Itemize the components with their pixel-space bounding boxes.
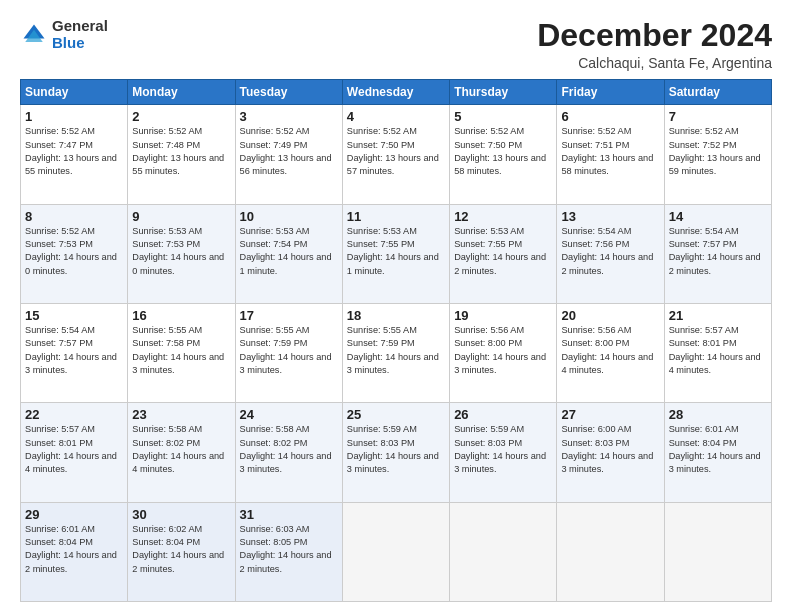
day-info: Sunrise: 5:52 AMSunset: 7:50 PMDaylight:… [454, 126, 546, 176]
table-row [342, 502, 449, 601]
table-row: 14 Sunrise: 5:54 AMSunset: 7:57 PMDaylig… [664, 204, 771, 303]
table-row: 15 Sunrise: 5:54 AMSunset: 7:57 PMDaylig… [21, 303, 128, 402]
table-row: 20 Sunrise: 5:56 AMSunset: 8:00 PMDaylig… [557, 303, 664, 402]
table-row: 12 Sunrise: 5:53 AMSunset: 7:55 PMDaylig… [450, 204, 557, 303]
day-number: 31 [240, 507, 338, 522]
day-number: 22 [25, 407, 123, 422]
table-row: 16 Sunrise: 5:55 AMSunset: 7:58 PMDaylig… [128, 303, 235, 402]
col-wednesday: Wednesday [342, 80, 449, 105]
col-friday: Friday [557, 80, 664, 105]
calendar-page: General Blue December 2024 Calchaqui, Sa… [0, 0, 792, 612]
day-info: Sunrise: 5:54 AMSunset: 7:57 PMDaylight:… [25, 325, 117, 375]
day-info: Sunrise: 5:55 AMSunset: 7:59 PMDaylight:… [240, 325, 332, 375]
day-number: 10 [240, 209, 338, 224]
table-row: 29 Sunrise: 6:01 AMSunset: 8:04 PMDaylig… [21, 502, 128, 601]
day-number: 8 [25, 209, 123, 224]
day-number: 23 [132, 407, 230, 422]
day-number: 19 [454, 308, 552, 323]
table-row: 8 Sunrise: 5:52 AMSunset: 7:53 PMDayligh… [21, 204, 128, 303]
table-row: 17 Sunrise: 5:55 AMSunset: 7:59 PMDaylig… [235, 303, 342, 402]
day-info: Sunrise: 5:59 AMSunset: 8:03 PMDaylight:… [454, 424, 546, 474]
table-row: 23 Sunrise: 5:58 AMSunset: 8:02 PMDaylig… [128, 403, 235, 502]
table-row [557, 502, 664, 601]
day-info: Sunrise: 6:02 AMSunset: 8:04 PMDaylight:… [132, 524, 224, 574]
page-header: General Blue December 2024 Calchaqui, Sa… [20, 18, 772, 71]
day-number: 1 [25, 109, 123, 124]
day-info: Sunrise: 5:52 AMSunset: 7:48 PMDaylight:… [132, 126, 224, 176]
table-row: 4 Sunrise: 5:52 AMSunset: 7:50 PMDayligh… [342, 105, 449, 204]
table-row: 7 Sunrise: 5:52 AMSunset: 7:52 PMDayligh… [664, 105, 771, 204]
day-number: 16 [132, 308, 230, 323]
day-number: 2 [132, 109, 230, 124]
table-row: 9 Sunrise: 5:53 AMSunset: 7:53 PMDayligh… [128, 204, 235, 303]
col-monday: Monday [128, 80, 235, 105]
table-row: 24 Sunrise: 5:58 AMSunset: 8:02 PMDaylig… [235, 403, 342, 502]
day-number: 7 [669, 109, 767, 124]
day-info: Sunrise: 5:58 AMSunset: 8:02 PMDaylight:… [132, 424, 224, 474]
day-number: 5 [454, 109, 552, 124]
day-info: Sunrise: 6:03 AMSunset: 8:05 PMDaylight:… [240, 524, 332, 574]
day-info: Sunrise: 5:52 AMSunset: 7:47 PMDaylight:… [25, 126, 117, 176]
logo-blue: Blue [52, 35, 108, 52]
table-row: 21 Sunrise: 5:57 AMSunset: 8:01 PMDaylig… [664, 303, 771, 402]
day-number: 29 [25, 507, 123, 522]
table-row: 1 Sunrise: 5:52 AMSunset: 7:47 PMDayligh… [21, 105, 128, 204]
table-row: 19 Sunrise: 5:56 AMSunset: 8:00 PMDaylig… [450, 303, 557, 402]
logo-icon [20, 21, 48, 49]
calendar-week-row: 22 Sunrise: 5:57 AMSunset: 8:01 PMDaylig… [21, 403, 772, 502]
day-number: 24 [240, 407, 338, 422]
day-info: Sunrise: 5:52 AMSunset: 7:49 PMDaylight:… [240, 126, 332, 176]
table-row [664, 502, 771, 601]
day-number: 3 [240, 109, 338, 124]
day-number: 26 [454, 407, 552, 422]
table-row: 13 Sunrise: 5:54 AMSunset: 7:56 PMDaylig… [557, 204, 664, 303]
day-info: Sunrise: 6:01 AMSunset: 8:04 PMDaylight:… [669, 424, 761, 474]
day-info: Sunrise: 5:57 AMSunset: 8:01 PMDaylight:… [669, 325, 761, 375]
day-info: Sunrise: 5:53 AMSunset: 7:53 PMDaylight:… [132, 226, 224, 276]
table-row: 18 Sunrise: 5:55 AMSunset: 7:59 PMDaylig… [342, 303, 449, 402]
location-subtitle: Calchaqui, Santa Fe, Argentina [537, 55, 772, 71]
table-row: 26 Sunrise: 5:59 AMSunset: 8:03 PMDaylig… [450, 403, 557, 502]
day-number: 9 [132, 209, 230, 224]
day-info: Sunrise: 5:52 AMSunset: 7:52 PMDaylight:… [669, 126, 761, 176]
day-number: 6 [561, 109, 659, 124]
day-number: 13 [561, 209, 659, 224]
day-info: Sunrise: 5:58 AMSunset: 8:02 PMDaylight:… [240, 424, 332, 474]
day-info: Sunrise: 5:56 AMSunset: 8:00 PMDaylight:… [561, 325, 653, 375]
day-info: Sunrise: 5:53 AMSunset: 7:55 PMDaylight:… [347, 226, 439, 276]
day-number: 27 [561, 407, 659, 422]
table-row: 10 Sunrise: 5:53 AMSunset: 7:54 PMDaylig… [235, 204, 342, 303]
calendar-header-row: Sunday Monday Tuesday Wednesday Thursday… [21, 80, 772, 105]
day-info: Sunrise: 5:52 AMSunset: 7:53 PMDaylight:… [25, 226, 117, 276]
calendar-week-row: 1 Sunrise: 5:52 AMSunset: 7:47 PMDayligh… [21, 105, 772, 204]
table-row: 2 Sunrise: 5:52 AMSunset: 7:48 PMDayligh… [128, 105, 235, 204]
day-number: 30 [132, 507, 230, 522]
col-saturday: Saturday [664, 80, 771, 105]
day-info: Sunrise: 5:55 AMSunset: 7:59 PMDaylight:… [347, 325, 439, 375]
day-number: 12 [454, 209, 552, 224]
table-row: 27 Sunrise: 6:00 AMSunset: 8:03 PMDaylig… [557, 403, 664, 502]
day-info: Sunrise: 5:53 AMSunset: 7:55 PMDaylight:… [454, 226, 546, 276]
day-number: 4 [347, 109, 445, 124]
col-sunday: Sunday [21, 80, 128, 105]
month-title: December 2024 [537, 18, 772, 53]
day-number: 25 [347, 407, 445, 422]
table-row: 3 Sunrise: 5:52 AMSunset: 7:49 PMDayligh… [235, 105, 342, 204]
day-info: Sunrise: 6:00 AMSunset: 8:03 PMDaylight:… [561, 424, 653, 474]
table-row: 25 Sunrise: 5:59 AMSunset: 8:03 PMDaylig… [342, 403, 449, 502]
day-number: 17 [240, 308, 338, 323]
col-thursday: Thursday [450, 80, 557, 105]
table-row: 30 Sunrise: 6:02 AMSunset: 8:04 PMDaylig… [128, 502, 235, 601]
logo-text: General Blue [52, 18, 108, 51]
table-row: 5 Sunrise: 5:52 AMSunset: 7:50 PMDayligh… [450, 105, 557, 204]
day-number: 18 [347, 308, 445, 323]
day-info: Sunrise: 5:54 AMSunset: 7:56 PMDaylight:… [561, 226, 653, 276]
day-info: Sunrise: 5:52 AMSunset: 7:50 PMDaylight:… [347, 126, 439, 176]
table-row [450, 502, 557, 601]
day-info: Sunrise: 5:55 AMSunset: 7:58 PMDaylight:… [132, 325, 224, 375]
table-row: 11 Sunrise: 5:53 AMSunset: 7:55 PMDaylig… [342, 204, 449, 303]
calendar-table: Sunday Monday Tuesday Wednesday Thursday… [20, 79, 772, 602]
col-tuesday: Tuesday [235, 80, 342, 105]
table-row: 28 Sunrise: 6:01 AMSunset: 8:04 PMDaylig… [664, 403, 771, 502]
calendar-week-row: 15 Sunrise: 5:54 AMSunset: 7:57 PMDaylig… [21, 303, 772, 402]
